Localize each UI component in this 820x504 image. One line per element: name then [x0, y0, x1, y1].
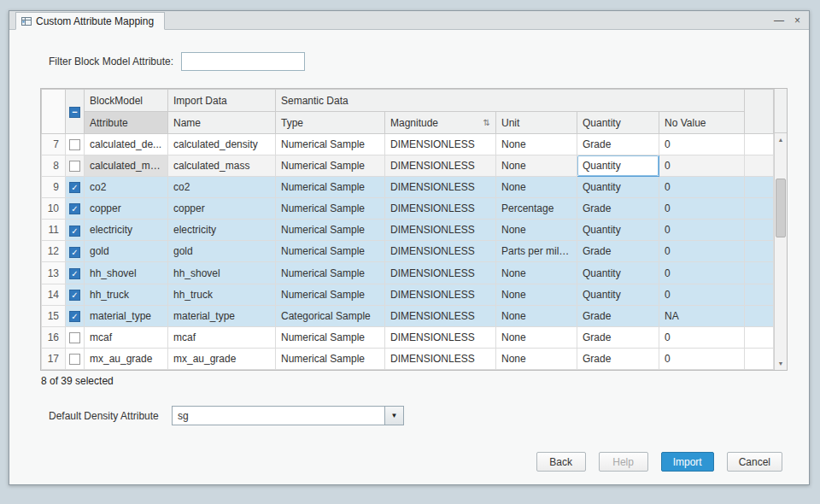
scrollbar-thumb[interactable]: [776, 179, 786, 237]
cell-type[interactable]: Numerical Sample: [276, 348, 385, 369]
cell-magnitude[interactable]: DIMENSIONLESS: [385, 134, 496, 155]
table-row[interactable]: 14✓hh_truckhh_truckNumerical SampleDIMEN…: [42, 284, 774, 305]
row-checkbox[interactable]: ✓: [69, 290, 80, 301]
cell-name[interactable]: mx_au_grade: [168, 348, 276, 369]
vertical-scrollbar[interactable]: ▲ ▼: [774, 89, 787, 370]
column-header-type[interactable]: Type: [276, 112, 385, 134]
cell-type[interactable]: Categorical Sample: [276, 305, 385, 326]
cell-magnitude[interactable]: DIMENSIONLESS: [385, 220, 496, 241]
cell-quantity[interactable]: Quantity: [577, 220, 659, 241]
import-button[interactable]: Import: [661, 452, 714, 472]
cell-no-value[interactable]: NA: [659, 305, 745, 326]
close-icon[interactable]: ×: [794, 13, 800, 28]
cell-magnitude[interactable]: DIMENSIONLESS: [385, 155, 496, 177]
cell-unit[interactable]: None: [496, 348, 577, 369]
cell-type[interactable]: Numerical Sample: [276, 155, 385, 177]
cell-attribute[interactable]: gold: [85, 241, 168, 262]
cell-attribute[interactable]: hh_shovel: [85, 262, 168, 284]
row-number[interactable]: 9: [42, 177, 66, 198]
cell-attribute[interactable]: calculated_de...: [85, 134, 168, 155]
cell-no-value[interactable]: 0: [659, 348, 745, 369]
table-row[interactable]: 13✓hh_shovelhh_shovelNumerical SampleDIM…: [42, 262, 774, 284]
cell-name[interactable]: gold: [168, 241, 276, 262]
sort-icon[interactable]: ⇅: [483, 118, 490, 127]
row-checkbox[interactable]: ✓: [69, 226, 80, 237]
cell-attribute[interactable]: co2: [85, 177, 168, 198]
cell-magnitude[interactable]: DIMENSIONLESS: [385, 348, 496, 369]
cell-name[interactable]: copper: [168, 198, 276, 220]
cell-attribute[interactable]: material_type: [85, 305, 168, 326]
cell-magnitude[interactable]: DIMENSIONLESS: [385, 262, 496, 284]
row-checkbox[interactable]: ✓: [69, 311, 80, 322]
column-header-unit[interactable]: Unit: [496, 112, 577, 134]
row-number[interactable]: 16: [42, 326, 66, 348]
column-header-name[interactable]: Name: [168, 112, 276, 134]
table-row[interactable]: 15✓material_typematerial_typeCategorical…: [42, 305, 774, 326]
cell-unit[interactable]: None: [496, 305, 577, 326]
row-checkbox[interactable]: ✓: [69, 268, 80, 279]
row-checkbox[interactable]: ✓: [69, 203, 80, 214]
back-button[interactable]: Back: [536, 452, 586, 472]
table-row[interactable]: 7calculated_de...calculated_densityNumer…: [42, 134, 774, 155]
table-row[interactable]: 11✓electricityelectricityNumerical Sampl…: [42, 220, 774, 241]
column-header-attribute[interactable]: Attribute: [85, 112, 168, 134]
row-checkbox[interactable]: ✓: [69, 247, 80, 258]
cell-type[interactable]: Numerical Sample: [276, 134, 385, 155]
table-row[interactable]: 12✓goldgoldNumerical SampleDIMENSIONLESS…: [42, 241, 774, 262]
cell-type[interactable]: Numerical Sample: [276, 177, 385, 198]
select-all-checkbox[interactable]: −: [69, 107, 80, 118]
dialog-tab[interactable]: Custom Attribute Mapping: [15, 12, 165, 30]
cell-unit[interactable]: None: [496, 220, 577, 241]
row-number[interactable]: 14: [42, 284, 66, 305]
cell-magnitude[interactable]: DIMENSIONLESS: [385, 198, 496, 220]
column-header-magnitude[interactable]: Magnitude ⇅: [385, 112, 496, 134]
cell-quantity[interactable]: Grade: [577, 134, 659, 155]
cell-type[interactable]: Numerical Sample: [276, 262, 385, 284]
cell-unit[interactable]: None: [496, 155, 577, 177]
cell-no-value[interactable]: 0: [659, 262, 745, 284]
row-number[interactable]: 12: [42, 241, 66, 262]
cell-name[interactable]: co2: [168, 177, 276, 198]
cell-magnitude[interactable]: DIMENSIONLESS: [385, 326, 496, 348]
cell-attribute[interactable]: hh_truck: [85, 284, 168, 305]
cell-quantity[interactable]: Grade: [577, 305, 659, 326]
cell-unit[interactable]: None: [496, 284, 577, 305]
cell-magnitude[interactable]: DIMENSIONLESS: [385, 177, 496, 198]
cell-no-value[interactable]: 0: [659, 220, 745, 241]
cell-magnitude[interactable]: DIMENSIONLESS: [385, 305, 496, 326]
cell-no-value[interactable]: 0: [659, 198, 745, 220]
table-row[interactable]: 9✓co2co2Numerical SampleDIMENSIONLESSNon…: [42, 177, 774, 198]
cell-unit[interactable]: None: [496, 134, 577, 155]
row-number[interactable]: 8: [42, 155, 66, 177]
row-number[interactable]: 13: [42, 262, 66, 284]
scroll-up-icon[interactable]: ▲: [775, 133, 787, 146]
cell-no-value[interactable]: 0: [659, 134, 745, 155]
cell-no-value[interactable]: 0: [659, 326, 745, 348]
cell-type[interactable]: Numerical Sample: [276, 241, 385, 262]
cell-quantity[interactable]: Grade: [577, 348, 659, 369]
column-header-quantity[interactable]: Quantity: [577, 112, 659, 134]
table-row[interactable]: 10✓coppercopperNumerical SampleDIMENSION…: [42, 198, 774, 220]
cell-no-value[interactable]: 0: [659, 284, 745, 305]
cell-name[interactable]: hh_truck: [168, 284, 276, 305]
minimize-icon[interactable]: —: [774, 13, 784, 28]
cell-attribute[interactable]: mcaf: [85, 326, 168, 348]
cell-unit[interactable]: None: [496, 262, 577, 284]
row-checkbox[interactable]: [69, 354, 80, 365]
row-number[interactable]: 17: [42, 348, 66, 369]
cell-name[interactable]: material_type: [168, 305, 276, 326]
cell-name[interactable]: hh_shovel: [168, 262, 276, 284]
cell-attribute[interactable]: mx_au_grade: [85, 348, 168, 369]
filter-input[interactable]: [181, 52, 305, 71]
cell-unit[interactable]: None: [496, 177, 577, 198]
column-header-no-value[interactable]: No Value: [659, 112, 745, 134]
table-row[interactable]: 8calculated_masscalculated_massNumerical…: [42, 155, 774, 177]
dropdown-arrow-icon[interactable]: ▼: [384, 407, 403, 425]
cell-type[interactable]: Numerical Sample: [276, 326, 385, 348]
cell-no-value[interactable]: 0: [659, 155, 745, 177]
cell-type[interactable]: Numerical Sample: [276, 284, 385, 305]
row-number[interactable]: 7: [42, 134, 66, 155]
cell-no-value[interactable]: 0: [659, 241, 745, 262]
cell-attribute[interactable]: electricity: [85, 220, 168, 241]
cell-quantity[interactable]: Quantity: [577, 284, 659, 305]
